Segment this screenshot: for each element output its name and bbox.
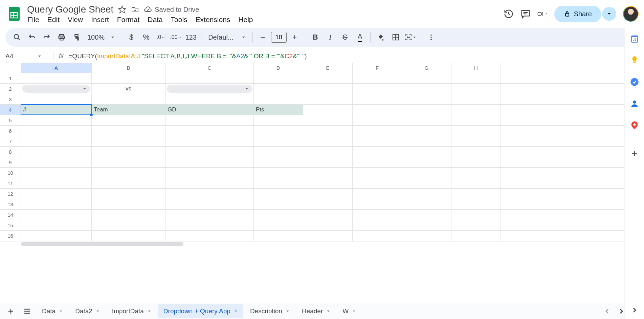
calendar-icon[interactable]: 31 [630,34,639,43]
cell[interactable] [451,220,501,230]
move-icon[interactable] [131,5,139,14]
cell[interactable] [254,220,303,230]
cell[interactable] [21,189,92,199]
more-icon[interactable] [424,30,438,44]
cell[interactable] [92,94,165,104]
cell[interactable] [402,220,451,230]
cell[interactable] [21,157,92,167]
cell[interactable] [254,136,303,146]
cell[interactable] [165,115,254,125]
cell[interactable] [165,220,254,230]
cell[interactable] [353,73,402,83]
cell[interactable] [303,168,353,178]
cell[interactable] [303,126,353,136]
meet-icon[interactable] [537,9,548,19]
cell[interactable] [402,94,451,104]
cell[interactable] [353,126,402,136]
row-header[interactable]: 5 [0,115,21,125]
cell[interactable] [21,115,92,125]
row-header[interactable]: 8 [0,147,21,157]
sheet-tab[interactable]: Header [296,304,336,318]
sheet-tab[interactable]: W [337,304,361,318]
add-sheet-icon[interactable] [4,304,18,318]
cell[interactable] [21,231,92,241]
cell[interactable] [254,157,303,167]
sheets-logo[interactable] [5,5,23,23]
row-header[interactable]: 16 [0,231,21,241]
percent-icon[interactable]: % [139,30,153,44]
row-header[interactable]: 13 [0,199,21,209]
cell[interactable] [21,168,92,178]
cell[interactable] [92,231,165,241]
cell[interactable] [353,220,402,230]
paint-format-icon[interactable] [70,30,83,44]
cell[interactable] [92,220,165,230]
cell[interactable]: vs [92,84,165,94]
addons-plus-icon[interactable] [630,149,639,158]
cell[interactable] [92,168,165,178]
dropdown-chip[interactable] [167,85,252,93]
cell[interactable] [451,168,501,178]
cell[interactable] [21,147,92,157]
dropdown-chip[interactable] [22,85,90,93]
cell[interactable] [254,178,303,188]
font-size-decrease[interactable]: − [256,30,270,44]
cell[interactable] [402,189,451,199]
cell[interactable] [165,73,254,83]
cell[interactable] [21,73,92,83]
font-select[interactable]: Defaul... [205,34,249,41]
row-header[interactable]: 6 [0,126,21,136]
cell[interactable] [165,168,254,178]
cell[interactable] [92,178,165,188]
cell[interactable] [303,147,353,157]
fill-color-icon[interactable] [374,30,387,44]
cell[interactable] [92,199,165,209]
row-header[interactable]: 2 [0,84,21,94]
cell[interactable] [303,178,353,188]
column-header[interactable]: B [92,63,165,73]
cell[interactable] [353,94,402,104]
cell[interactable] [353,231,402,241]
cell[interactable] [451,73,501,83]
sheet-tab[interactable]: Dropdown + Query App [158,304,243,318]
undo-icon[interactable] [25,30,39,44]
tasks-icon[interactable] [630,77,639,87]
cell[interactable] [402,210,451,220]
column-header[interactable]: F [353,63,402,73]
cell[interactable] [451,189,501,199]
cell[interactable] [165,84,254,94]
column-header[interactable]: A [21,63,92,73]
menu-format[interactable]: Format [117,16,140,24]
cell[interactable] [402,157,451,167]
cell[interactable] [303,220,353,230]
cell[interactable] [402,199,451,209]
cell[interactable] [254,231,303,241]
cell[interactable] [254,126,303,136]
cell[interactable] [254,84,303,94]
row-header[interactable]: 11 [0,178,21,188]
cell[interactable] [451,115,501,125]
cell[interactable] [21,210,92,220]
cell[interactable] [353,157,402,167]
cell[interactable] [21,94,92,104]
cell[interactable] [165,157,254,167]
cell[interactable] [254,94,303,104]
share-button[interactable]: Share [554,6,601,22]
select-all-corner[interactable] [0,63,21,73]
sheet-tab[interactable]: ImportData [107,304,157,318]
collapse-sidepanel-icon[interactable] [630,305,639,315]
cell[interactable]: # [21,105,92,115]
zoom-select[interactable]: 100% [85,34,117,41]
cell[interactable] [402,126,451,136]
cell[interactable] [92,136,165,146]
merge-cells-icon[interactable] [404,30,417,44]
cell[interactable] [353,178,402,188]
cell[interactable] [402,115,451,125]
cell[interactable] [303,210,353,220]
formula-bar[interactable]: =QUERY(ImportData!A:J,"SELECT A,B,I,J WH… [68,52,644,60]
cell[interactable] [303,136,353,146]
row-header[interactable]: 1 [0,73,21,83]
cell[interactable] [21,220,92,230]
cell[interactable] [21,84,92,94]
cell[interactable] [451,84,501,94]
